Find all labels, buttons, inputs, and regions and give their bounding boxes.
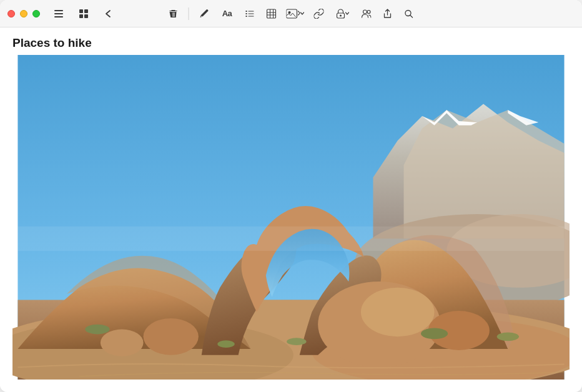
svg-rect-5 (79, 14, 83, 18)
svg-rect-6 (84, 14, 88, 18)
svg-point-42 (85, 325, 109, 335)
svg-point-21 (340, 14, 342, 16)
grid-view-icon (79, 9, 89, 19)
media-icon (286, 9, 300, 19)
table-icon (267, 9, 277, 19)
titlebar: Aa (0, 0, 582, 27)
svg-rect-10 (249, 13, 254, 14)
link-icon (314, 9, 324, 19)
back-button[interactable] (100, 5, 117, 22)
share-button[interactable] (379, 5, 397, 22)
svg-rect-12 (249, 16, 254, 16)
text-format-button[interactable]: Aa (217, 5, 238, 22)
svg-rect-3 (79, 9, 83, 13)
minimize-button[interactable] (20, 10, 27, 17)
link-button[interactable] (310, 5, 328, 22)
note-content: Places to hike (0, 27, 582, 392)
landscape-svg (12, 55, 570, 380)
svg-rect-8 (249, 11, 254, 11)
note-title: Places to hike (0, 27, 582, 55)
svg-point-23 (367, 10, 370, 13)
svg-point-38 (361, 288, 435, 336)
lock-dropdown-icon (345, 11, 349, 16)
app-window: Aa (0, 0, 582, 392)
svg-rect-13 (267, 9, 276, 18)
lock-button[interactable] (332, 5, 354, 22)
svg-rect-2 (54, 16, 63, 17)
share-icon (383, 9, 393, 19)
table-button[interactable] (263, 5, 280, 22)
svg-rect-1 (54, 13, 63, 14)
note-image (12, 55, 570, 380)
svg-point-46 (217, 340, 234, 348)
delete-button[interactable] (165, 5, 182, 22)
svg-rect-4 (84, 9, 88, 13)
list-view-button[interactable] (50, 5, 67, 22)
svg-point-45 (497, 332, 519, 341)
center-toolbar: Aa (165, 5, 418, 22)
traffic-lights (7, 10, 40, 17)
back-icon (104, 9, 114, 19)
checklist-button[interactable] (242, 5, 259, 22)
svg-point-19 (288, 11, 290, 14)
note-body (0, 55, 582, 392)
close-button[interactable] (7, 10, 15, 17)
lock-icon (336, 9, 345, 19)
compose-icon (199, 9, 209, 19)
svg-point-39 (144, 318, 199, 355)
svg-rect-0 (54, 10, 63, 11)
svg-point-43 (287, 338, 306, 345)
maximize-button[interactable] (32, 10, 40, 17)
search-button[interactable] (400, 5, 418, 22)
svg-point-44 (421, 328, 448, 340)
list-view-icon (54, 9, 64, 19)
svg-rect-7 (246, 11, 247, 12)
grid-view-button[interactable] (75, 5, 92, 22)
svg-rect-9 (246, 13, 247, 14)
svg-point-22 (363, 10, 367, 14)
svg-line-25 (410, 15, 413, 17)
svg-rect-11 (246, 16, 247, 17)
collaborators-icon (362, 9, 372, 19)
svg-rect-47 (17, 227, 564, 251)
left-toolbar (50, 5, 117, 22)
collaborators-button[interactable] (358, 5, 375, 22)
media-button[interactable] (284, 5, 307, 22)
search-icon (404, 9, 414, 19)
text-format-label: Aa (222, 9, 232, 18)
checklist-icon (245, 9, 255, 19)
svg-point-40 (101, 330, 144, 356)
compose-button[interactable] (195, 5, 213, 22)
media-dropdown-icon (300, 11, 304, 16)
delete-icon (169, 9, 179, 19)
separator-1 (189, 7, 189, 20)
